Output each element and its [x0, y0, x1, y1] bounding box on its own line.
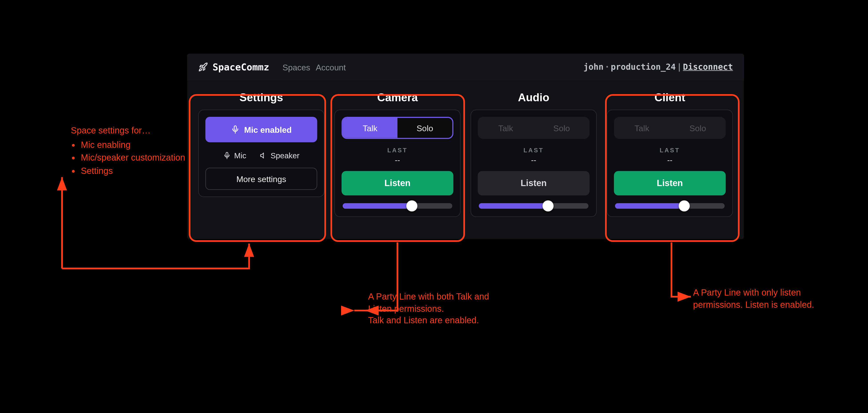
solo-button-camera[interactable]: Solo: [398, 118, 452, 138]
session-user: john: [584, 62, 603, 72]
session-name: production_24: [611, 62, 676, 72]
panel-title-audio: Audio: [470, 91, 597, 104]
talk-solo-toggle-audio: Talk Solo: [477, 117, 590, 139]
listen-button-audio[interactable]: Listen: [477, 171, 590, 195]
solo-button-client: Solo: [670, 117, 726, 139]
listen-button-camera[interactable]: Listen: [342, 171, 454, 195]
mic-icon: [223, 152, 231, 159]
more-settings-button[interactable]: More settings: [206, 168, 317, 190]
brand: SpaceCommz: [198, 62, 269, 73]
panel-title-settings: Settings: [198, 91, 324, 104]
annotation-camera: A Party Line with both Talk and Listen p…: [368, 291, 495, 326]
speaker-device-select[interactable]: Speaker: [259, 151, 300, 160]
speaker-device-label: Speaker: [271, 151, 300, 160]
svg-marker-4: [260, 153, 264, 158]
client-card: Talk Solo LAST -- Listen: [607, 110, 733, 217]
pipe-separator: |: [676, 62, 683, 72]
annotation-client: A Party Line with only listen permission…: [693, 287, 820, 311]
talk-button-audio: Talk: [477, 117, 534, 139]
disconnect-link[interactable]: Disconnect: [683, 62, 733, 72]
talk-button-client: Talk: [614, 117, 670, 139]
mic-device-label: Mic: [234, 151, 246, 160]
talk-button-camera[interactable]: Talk: [343, 118, 398, 138]
last-label-camera: LAST: [342, 147, 454, 153]
annotation-settings-item: Mic enabling: [81, 139, 187, 151]
volume-slider-audio[interactable]: [479, 203, 588, 209]
annotation-settings-heading: Space settings for…: [71, 125, 187, 136]
brand-label: SpaceCommz: [213, 62, 269, 73]
session-info: john · production_24 | Disconnect: [584, 62, 733, 72]
svg-rect-0: [234, 126, 237, 130]
last-value-camera: --: [342, 156, 454, 164]
audio-card: Talk Solo LAST -- Listen: [470, 110, 597, 217]
panel-camera: Camera Talk Solo LAST -- Listen: [334, 91, 461, 217]
dot-separator: ·: [603, 62, 611, 72]
solo-button-audio: Solo: [534, 117, 590, 139]
nav-spaces[interactable]: Spaces: [282, 62, 310, 71]
mic-icon: [231, 125, 240, 134]
panel-settings: Settings Mic enabled: [198, 91, 324, 217]
rocket-icon: [198, 62, 208, 72]
settings-card: Mic enabled Mic: [198, 110, 324, 197]
panel-client: Client Talk Solo LAST -- Listen: [607, 91, 733, 217]
mic-enabled-label: Mic enabled: [244, 125, 292, 134]
annotation-settings-item: Mic/speaker customization: [81, 152, 187, 164]
talk-solo-toggle-camera: Talk Solo: [342, 117, 454, 139]
annotation-settings-item: Settings: [81, 165, 187, 177]
app-window: SpaceCommz Spaces Account john · product…: [187, 54, 744, 239]
mic-enabled-button[interactable]: Mic enabled: [206, 117, 317, 142]
last-value-audio: --: [477, 156, 590, 164]
annotation-settings: Space settings for… Mic enabling Mic/spe…: [71, 125, 187, 178]
camera-card: Talk Solo LAST -- Listen: [334, 110, 461, 217]
speaker-icon: [259, 152, 267, 159]
last-label-audio: LAST: [477, 147, 590, 153]
panel-title-camera: Camera: [334, 91, 461, 104]
panel-title-client: Client: [607, 91, 733, 104]
mic-device-select[interactable]: Mic: [223, 151, 246, 160]
volume-slider-camera[interactable]: [343, 203, 452, 209]
listen-button-client[interactable]: Listen: [614, 171, 726, 195]
nav-account[interactable]: Account: [316, 62, 346, 71]
panel-audio: Audio Talk Solo LAST -- Listen: [470, 91, 597, 217]
svg-rect-2: [226, 152, 228, 156]
talk-solo-toggle-client: Talk Solo: [614, 117, 726, 139]
volume-slider-client[interactable]: [615, 203, 725, 209]
topbar: SpaceCommz Spaces Account john · product…: [187, 54, 744, 81]
last-label-client: LAST: [614, 147, 726, 153]
last-value-client: --: [614, 156, 726, 164]
